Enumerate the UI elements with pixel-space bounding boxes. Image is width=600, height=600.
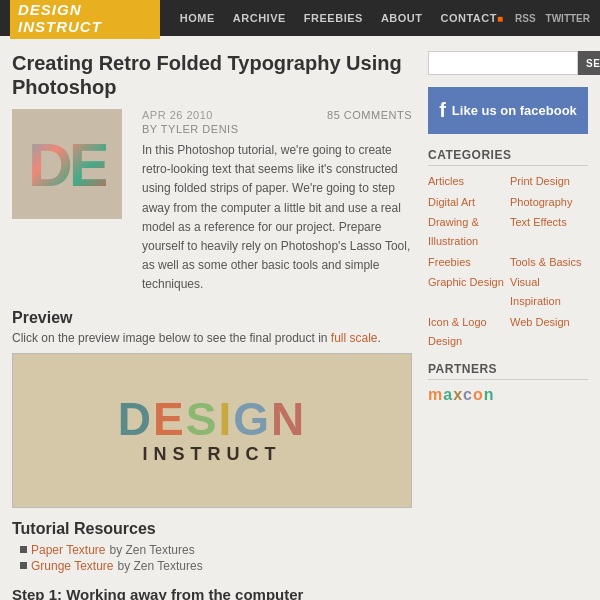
category-visual-inspiration[interactable]: Visual Inspiration bbox=[510, 273, 588, 310]
resource-list: Paper Texture by Zen Textures Grunge Tex… bbox=[12, 542, 412, 574]
grunge-texture-link[interactable]: Grunge Texture bbox=[31, 559, 114, 573]
category-photography[interactable]: Photography bbox=[510, 193, 588, 212]
resources-heading: Tutorial Resources bbox=[12, 520, 412, 538]
facebook-label: Like us on facebook bbox=[452, 103, 577, 119]
step1-section: Step 1: Working away from the computer T… bbox=[12, 586, 412, 601]
nav-home[interactable]: HOME bbox=[180, 12, 215, 24]
featured-image: DE bbox=[12, 109, 122, 219]
partners-section: PARTNERS maxcon bbox=[428, 362, 588, 404]
logo-text: DESIGN INSTRUCT bbox=[18, 1, 102, 35]
nav-about[interactable]: ABOUT bbox=[381, 12, 423, 24]
categories-title: CATEGORIES bbox=[428, 148, 588, 166]
maxcon-m: m bbox=[428, 386, 443, 403]
twitter-link[interactable]: TWITTER bbox=[546, 13, 590, 24]
category-icon-logo[interactable]: Icon & Logo Design bbox=[428, 313, 506, 350]
main-column: Creating Retro Folded Typography Using P… bbox=[12, 51, 412, 600]
article-body: In this Photoshop tutorial, we're going … bbox=[142, 141, 412, 295]
search-bar: SEARCH bbox=[428, 51, 588, 75]
list-item: Paper Texture by Zen Textures bbox=[20, 542, 412, 558]
preview-section: Preview Click on the preview image below… bbox=[12, 309, 412, 508]
category-drawing[interactable]: Drawing & Illustration bbox=[428, 213, 506, 250]
article-title: Creating Retro Folded Typography Using P… bbox=[12, 51, 412, 99]
paper-texture-link[interactable]: Paper Texture bbox=[31, 543, 106, 557]
content-wrapper: Creating Retro Folded Typography Using P… bbox=[0, 36, 600, 600]
facebook-f-icon: f bbox=[439, 99, 446, 122]
maxcon-logo[interactable]: maxcon bbox=[428, 386, 588, 404]
maxcon-n: n bbox=[484, 386, 495, 403]
preview-image[interactable]: DESIGN INSTRUCT bbox=[12, 353, 412, 508]
facebook-box[interactable]: f Like us on facebook bbox=[428, 87, 588, 134]
article-author: BY TYLER DENIS bbox=[142, 123, 412, 135]
site-logo[interactable]: DESIGN INSTRUCT bbox=[10, 0, 160, 39]
categories-section: CATEGORIES Articles Print Design Digital… bbox=[428, 148, 588, 350]
search-input[interactable] bbox=[428, 51, 578, 75]
letter-d: D bbox=[118, 396, 153, 442]
category-tools[interactable]: Tools & Basics bbox=[510, 253, 588, 272]
category-text-effects[interactable]: Text Effects bbox=[510, 213, 588, 250]
preview-heading: Preview bbox=[12, 309, 412, 327]
category-freebies[interactable]: Freebies bbox=[428, 253, 506, 272]
maxcon-x: x bbox=[453, 386, 463, 403]
article-top: DE APR 26 2010 85 COMMENTS BY TYLER DENI… bbox=[12, 109, 412, 295]
letter-i: I bbox=[218, 396, 233, 442]
list-item: Grunge Texture by Zen Textures bbox=[20, 558, 412, 574]
social-links: ■ RSS TWITTER bbox=[497, 13, 590, 24]
search-button[interactable]: SEARCH bbox=[578, 51, 600, 75]
featured-de-graphic: DE bbox=[12, 109, 122, 219]
bullet-icon bbox=[20, 546, 27, 553]
nav-contact[interactable]: CONTACT bbox=[440, 12, 496, 24]
nav-archive[interactable]: ARCHIVE bbox=[233, 12, 286, 24]
category-web-design[interactable]: Web Design bbox=[510, 313, 588, 350]
category-digital-art[interactable]: Digital Art bbox=[428, 193, 506, 212]
rss-icon: ■ bbox=[497, 13, 503, 24]
letter-n: N bbox=[271, 396, 306, 442]
preview-design-word: DESIGN bbox=[118, 396, 306, 442]
preview-subtext: Click on the preview image below to see … bbox=[12, 331, 412, 345]
resources-section: Tutorial Resources Paper Texture by Zen … bbox=[12, 520, 412, 574]
step1-heading: Step 1: Working away from the computer bbox=[12, 586, 412, 601]
article-intro: APR 26 2010 85 COMMENTS BY TYLER DENIS I… bbox=[142, 109, 412, 295]
grunge-texture-author: by Zen Textures bbox=[118, 559, 203, 573]
category-articles[interactable]: Articles bbox=[428, 172, 506, 191]
sidebar: SEARCH f Like us on facebook CATEGORIES … bbox=[428, 51, 588, 600]
maxcon-a: a bbox=[443, 386, 453, 403]
category-print-design[interactable]: Print Design bbox=[510, 172, 588, 191]
letter-s: S bbox=[186, 396, 219, 442]
fb-icon-area: f Like us on facebook bbox=[438, 99, 578, 122]
preview-instruct-word: INSTRUCT bbox=[143, 444, 282, 465]
nav-freebies[interactable]: FREEBIES bbox=[304, 12, 363, 24]
letter-g: G bbox=[233, 396, 271, 442]
bullet-icon bbox=[20, 562, 27, 569]
featured-de-text: DE bbox=[28, 129, 106, 200]
maxcon-o: o bbox=[473, 386, 484, 403]
letter-e: E bbox=[153, 396, 186, 442]
paper-texture-author: by Zen Textures bbox=[110, 543, 195, 557]
maxcon-c: c bbox=[463, 386, 473, 403]
main-layout: Creating Retro Folded Typography Using P… bbox=[0, 36, 600, 600]
categories-grid: Articles Print Design Digital Art Photog… bbox=[428, 172, 588, 350]
comments-link[interactable]: 85 COMMENTS bbox=[327, 109, 412, 121]
partners-title: PARTNERS bbox=[428, 362, 588, 380]
main-nav: HOME ARCHIVE FREEBIES ABOUT CONTACT bbox=[180, 12, 497, 24]
article-date: APR 26 2010 bbox=[142, 109, 213, 121]
site-header: DESIGN INSTRUCT HOME ARCHIVE FREEBIES AB… bbox=[0, 0, 600, 36]
category-graphic-design[interactable]: Graphic Design bbox=[428, 273, 506, 310]
rss-link[interactable]: RSS bbox=[515, 13, 536, 24]
full-scale-link[interactable]: full scale bbox=[331, 331, 378, 345]
